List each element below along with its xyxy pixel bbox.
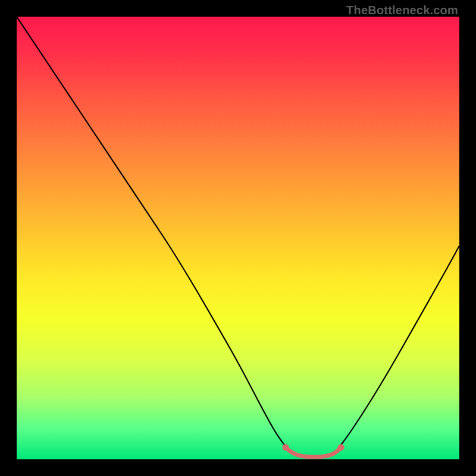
marker-end [338, 444, 345, 451]
chart-container: TheBottleneck.com [0, 0, 476, 476]
plot-area [17, 17, 459, 459]
bottleneck-curve [17, 17, 459, 459]
curve-path [17, 17, 459, 457]
watermark-text: TheBottleneck.com [346, 4, 458, 17]
marker-start [283, 444, 289, 451]
flat-region-highlight [286, 447, 341, 457]
